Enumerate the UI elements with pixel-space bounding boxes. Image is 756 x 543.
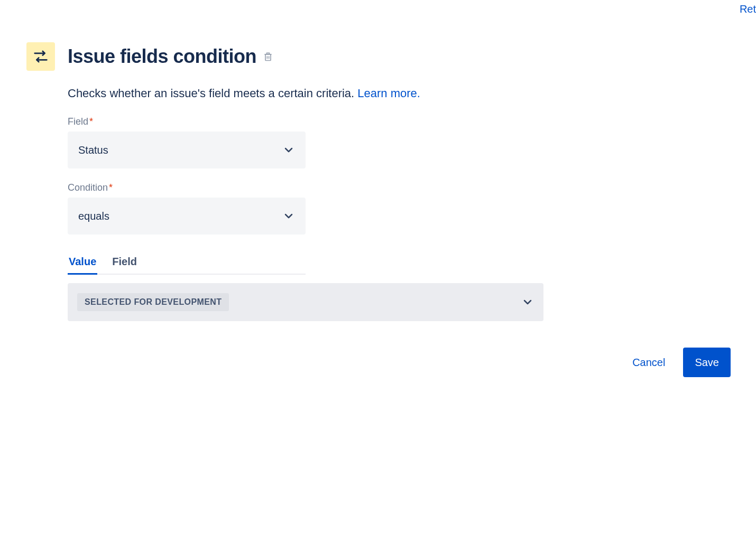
tab-field[interactable]: Field	[111, 256, 138, 275]
chevron-down-icon	[282, 144, 295, 156]
condition-icon	[26, 42, 55, 71]
save-button[interactable]: Save	[683, 348, 731, 377]
condition-label: Condition*	[68, 182, 730, 193]
chevron-down-icon	[521, 296, 534, 308]
required-indicator: *	[109, 182, 113, 193]
condition-select[interactable]: equals	[68, 198, 306, 235]
panel-header: Issue fields condition	[26, 42, 730, 71]
tab-value[interactable]: Value	[68, 256, 97, 275]
description-text: Checks whether an issue's field meets a …	[68, 87, 357, 100]
action-buttons: Cancel Save	[68, 348, 731, 377]
required-indicator: *	[89, 116, 93, 127]
condition-select-value: equals	[78, 210, 109, 222]
panel-title: Issue fields condition	[68, 45, 256, 68]
condition-panel: Issue fields condition Checks whether an…	[0, 0, 756, 398]
value-select[interactable]: SELECTED FOR DEVELOPMENT	[68, 283, 543, 321]
value-tabs: Value Field	[68, 256, 306, 275]
field-group-field: Field* Status	[68, 116, 730, 168]
chevron-down-icon	[282, 210, 295, 222]
field-label: Field*	[68, 116, 730, 127]
status-lozenge: SELECTED FOR DEVELOPMENT	[77, 293, 229, 311]
field-label-text: Field	[68, 116, 88, 127]
field-select[interactable]: Status	[68, 132, 306, 168]
field-select-value: Status	[78, 144, 108, 156]
panel-description: Checks whether an issue's field meets a …	[68, 87, 730, 100]
field-group-condition: Condition* equals	[68, 182, 730, 235]
delete-icon[interactable]	[263, 51, 273, 62]
condition-label-text: Condition	[68, 182, 108, 193]
learn-more-link[interactable]: Learn more.	[357, 87, 420, 100]
cancel-button[interactable]: Cancel	[621, 348, 677, 377]
